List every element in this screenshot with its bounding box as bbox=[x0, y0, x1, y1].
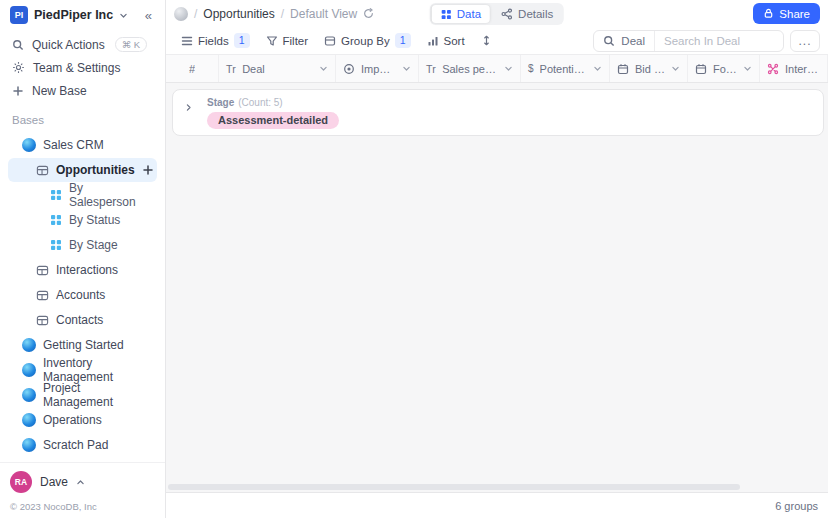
sidebar-base-operations[interactable]: Operations bbox=[8, 408, 157, 432]
breadcrumb-separator: / bbox=[281, 7, 284, 21]
column-label: # bbox=[189, 63, 195, 75]
chevron-down-icon bbox=[402, 64, 411, 73]
breadcrumb-separator: / bbox=[194, 7, 197, 21]
workspace-switcher[interactable]: PI PiedPiper Inc « bbox=[8, 5, 157, 33]
sidebar-base-getting-started[interactable]: Getting Started bbox=[8, 333, 157, 357]
column-header-forecasted[interactable]: Forecasted... bbox=[688, 55, 760, 82]
currency-field-icon: $ bbox=[528, 63, 534, 74]
search-field-selector[interactable]: Deal bbox=[594, 31, 655, 51]
row-height-button[interactable] bbox=[474, 30, 499, 52]
column-header-[interactable]: # bbox=[166, 55, 219, 82]
base-icon bbox=[22, 388, 36, 402]
group-by-button[interactable]: Group By 1 bbox=[317, 30, 417, 52]
copyright: © 2023 NocoDB, Inc bbox=[10, 501, 155, 512]
view-label: By Status bbox=[69, 213, 120, 227]
refresh-icon[interactable] bbox=[363, 8, 374, 19]
sidebar-table-interactions[interactable]: Interactions bbox=[8, 258, 157, 282]
base-label: Project Management bbox=[43, 381, 151, 409]
sidebar-base-sales-crm[interactable]: Sales CRM bbox=[8, 133, 157, 157]
lock-icon bbox=[763, 8, 774, 19]
group-header: Stage(Count: 5)Assessment-detailed bbox=[173, 90, 823, 135]
avatar: RA bbox=[10, 471, 32, 493]
tables-container: InteractionsAccountsContacts bbox=[8, 258, 157, 332]
fields-label: Fields bbox=[198, 35, 229, 47]
search-input[interactable] bbox=[655, 35, 783, 47]
column-header-deal[interactable]: TrDeal bbox=[219, 55, 336, 82]
topbar: / Opportunities / Default View Data Deta… bbox=[166, 0, 828, 27]
base-label: Operations bbox=[43, 413, 102, 427]
group-by-label: Group By bbox=[341, 35, 390, 47]
search-icon bbox=[12, 39, 24, 51]
sidebar-base-inventory-management[interactable]: Inventory Management bbox=[8, 358, 157, 382]
filter-icon bbox=[266, 35, 278, 47]
column-header-importance[interactable]: Importance bbox=[336, 55, 419, 82]
chevron-down-icon bbox=[743, 64, 752, 73]
column-header-bid-submissi[interactable]: Bid submissi... bbox=[610, 55, 688, 82]
sidebar-collapse-button[interactable]: « bbox=[142, 8, 155, 23]
quick-actions-button[interactable]: Quick Actions ⌘ K bbox=[8, 33, 157, 56]
base-icon bbox=[22, 413, 36, 427]
view-label: By Salesperson bbox=[69, 181, 151, 209]
filter-label: Filter bbox=[283, 35, 309, 47]
chevron-down-icon bbox=[119, 11, 128, 20]
sidebar-base-scratch-pad[interactable]: Scratch Pad bbox=[8, 433, 157, 457]
fields-button[interactable]: Fields 1 bbox=[174, 30, 257, 52]
sidebar-base-project-management[interactable]: Project Management bbox=[8, 383, 157, 407]
single-select-field-icon bbox=[343, 63, 355, 75]
column-header-potential-revenue[interactable]: $Potential revenue bbox=[521, 55, 610, 82]
plus-icon bbox=[12, 85, 24, 97]
chevron-down-icon bbox=[671, 64, 680, 73]
column-label: Deal bbox=[242, 63, 265, 75]
quick-actions-label: Quick Actions bbox=[32, 38, 105, 52]
main: / Opportunities / Default View Data Deta… bbox=[166, 0, 828, 518]
text-field-icon: Tr bbox=[226, 63, 236, 75]
base-label: Sales CRM bbox=[43, 138, 104, 152]
toolbar: Fields 1 Filter Group By 1 Sort bbox=[166, 27, 828, 55]
fields-count-badge: 1 bbox=[234, 33, 250, 48]
sidebar-view-by-status[interactable]: By Status bbox=[8, 208, 157, 232]
table-icon bbox=[36, 289, 49, 302]
column-header-interactions[interactable]: Interactions bbox=[760, 55, 828, 82]
tab-details[interactable]: Details bbox=[492, 5, 562, 23]
sidebar-table-opportunities[interactable]: Opportunities bbox=[8, 158, 157, 182]
groups-count-label: 6 groups bbox=[775, 500, 818, 512]
filter-button[interactable]: Filter bbox=[259, 30, 316, 52]
sidebar-view-by-stage[interactable]: By Stage bbox=[8, 233, 157, 257]
column-label: Sales person bbox=[442, 63, 498, 75]
links-field-icon bbox=[767, 63, 779, 75]
sort-button[interactable]: Sort bbox=[420, 30, 472, 52]
base-label: Scratch Pad bbox=[43, 438, 108, 452]
app: PI PiedPiper Inc « Quick Actions ⌘ K Tea… bbox=[0, 0, 828, 518]
base-crumb-icon bbox=[174, 7, 188, 21]
sort-label: Sort bbox=[444, 35, 465, 47]
table-label: Opportunities bbox=[56, 163, 135, 177]
more-options-button[interactable]: ... bbox=[790, 30, 820, 52]
horizontal-scrollbar[interactable] bbox=[168, 484, 740, 490]
base-icon bbox=[22, 363, 36, 377]
user-name: Dave bbox=[40, 475, 68, 489]
bases-section-label: Bases bbox=[8, 102, 157, 132]
team-settings-label: Team & Settings bbox=[33, 61, 120, 75]
sidebar-table-contacts[interactable]: Contacts bbox=[8, 308, 157, 332]
team-settings-button[interactable]: Team & Settings bbox=[8, 56, 157, 79]
chevron-right-icon[interactable] bbox=[184, 103, 193, 112]
new-base-button[interactable]: New Base bbox=[8, 79, 157, 102]
new-base-label: New Base bbox=[32, 84, 87, 98]
add-view-icon[interactable] bbox=[142, 164, 154, 176]
sidebar-table-accounts[interactable]: Accounts bbox=[8, 283, 157, 307]
breadcrumb-table[interactable]: Opportunities bbox=[203, 7, 274, 21]
user-menu[interactable]: RA Dave bbox=[10, 471, 155, 493]
bottombar: 6 groups bbox=[166, 492, 828, 518]
column-label: Potential revenue bbox=[540, 63, 587, 75]
grid-view-icon bbox=[50, 214, 62, 226]
breadcrumb-view[interactable]: Default View bbox=[290, 7, 357, 21]
sidebar-bottom: RA Dave © 2023 NocoDB, Inc bbox=[0, 462, 165, 518]
sidebar-view-by-salesperson[interactable]: By Salesperson bbox=[8, 183, 157, 207]
bases-container: Getting StartedInventory ManagementProje… bbox=[8, 333, 157, 457]
share-button[interactable]: Share bbox=[753, 3, 820, 24]
column-header-sales-person[interactable]: TrSales person bbox=[419, 55, 521, 82]
search-box: Deal bbox=[593, 30, 784, 52]
column-label: Importance bbox=[361, 63, 396, 75]
tab-data[interactable]: Data bbox=[432, 5, 490, 23]
groups-container: Stage(Count: 5)Assessment-detailed bbox=[172, 89, 824, 136]
